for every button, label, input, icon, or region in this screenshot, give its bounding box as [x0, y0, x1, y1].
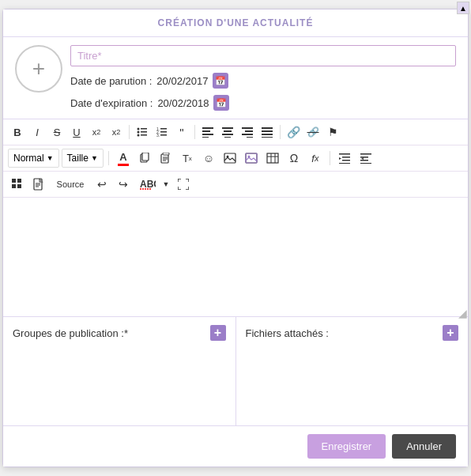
paste-table-button[interactable] — [156, 149, 175, 168]
fullscreen-icon — [178, 179, 189, 190]
align-right-button[interactable] — [238, 123, 257, 142]
title-input[interactable] — [70, 45, 456, 66]
svg-rect-1 — [141, 128, 147, 130]
save-button[interactable]: Enregistrer — [307, 434, 386, 459]
bottom-section: Groupes de publication :* + Fichiers att… — [3, 317, 468, 426]
groupes-section: Groupes de publication :* + — [3, 317, 236, 425]
taille-dropdown[interactable]: Taille ▼ — [62, 149, 104, 168]
spellcheck-button[interactable]: ABC — [135, 175, 160, 194]
special-char-button[interactable]: Ω — [284, 149, 303, 168]
indent-right-icon — [339, 153, 350, 164]
svg-rect-26 — [262, 134, 273, 135]
svg-rect-46 — [342, 160, 350, 161]
modal-header: CRÉATION D'UNE ACTUALITÉ — [3, 9, 468, 37]
formula-button[interactable]: fx — [306, 149, 325, 168]
redo-button[interactable]: ↪ — [114, 175, 133, 194]
media-button[interactable] — [242, 149, 261, 168]
groupes-add-button[interactable]: + — [210, 325, 226, 341]
undo-button[interactable]: ↩ — [92, 175, 111, 194]
align-left-icon — [202, 127, 213, 138]
source-file-button[interactable] — [29, 175, 48, 194]
list-view-button[interactable] — [8, 175, 27, 194]
svg-rect-47 — [339, 163, 350, 164]
svg-rect-25 — [262, 130, 273, 132]
unordered-list-button[interactable] — [133, 123, 152, 142]
superscript-button[interactable]: x2 — [107, 123, 126, 142]
copy-icon — [139, 153, 150, 164]
align-center-button[interactable] — [218, 123, 237, 142]
font-color-button[interactable]: A — [114, 149, 133, 168]
media-icon — [245, 153, 258, 164]
normal-dropdown[interactable]: Normal ▼ — [8, 149, 59, 168]
svg-text:3.: 3. — [156, 133, 160, 138]
fichiers-section: Fichiers attachés : + — [236, 317, 469, 425]
svg-point-2 — [138, 131, 140, 134]
italic-button[interactable]: I — [28, 123, 47, 142]
fullscreen-button[interactable] — [174, 175, 193, 194]
spellcheck-dropdown[interactable]: ▼ — [160, 175, 171, 194]
svg-rect-50 — [360, 157, 368, 158]
svg-rect-14 — [202, 134, 213, 135]
date-parution-value: 20/02/2017 — [156, 75, 208, 87]
font-color-bar — [118, 164, 129, 166]
link-button[interactable]: 🔗 — [284, 123, 303, 142]
normal-dropdown-label: Normal — [13, 153, 44, 164]
svg-rect-16 — [222, 127, 233, 129]
date-expiration-calendar-icon[interactable]: 📅 — [213, 95, 229, 111]
groupes-label: Groupes de publication :* — [13, 327, 128, 339]
svg-rect-9 — [160, 131, 167, 133]
svg-rect-18 — [222, 134, 233, 135]
unlink-button[interactable]: 🔗 — [303, 123, 322, 142]
editor-content-area[interactable]: ◢ — [3, 198, 468, 316]
indent-right-button[interactable] — [335, 149, 354, 168]
scroll-up-button[interactable]: ▲ — [457, 2, 469, 14]
copy-table-button[interactable] — [135, 149, 154, 168]
date-expiration-row: Date d'expiration : 20/02/2018 📅 — [70, 95, 456, 111]
sep-5 — [330, 151, 330, 165]
cancel-button[interactable]: Annuler — [392, 434, 456, 459]
underline-button[interactable]: U — [67, 123, 86, 142]
paste-icon — [160, 153, 171, 164]
font-color-icon: A — [119, 151, 126, 163]
taille-dropdown-label: Taille — [67, 153, 89, 164]
strikethrough-button[interactable]: S — [47, 123, 66, 142]
align-center-icon — [222, 127, 233, 138]
source-file-icon — [33, 178, 44, 191]
indent-left-button[interactable] — [356, 149, 375, 168]
blockquote-button[interactable]: " — [172, 123, 191, 142]
list-view-icon — [12, 179, 23, 190]
editor-resize-handle[interactable]: ◢ — [458, 307, 466, 315]
date-parution-calendar-icon[interactable]: 📅 — [213, 73, 228, 89]
fichiers-add-button[interactable]: + — [443, 325, 458, 341]
avatar-upload[interactable]: + — [15, 45, 62, 93]
form-fields: Date de parution : 20/02/2017 📅 Date d'e… — [70, 45, 456, 111]
flag-button[interactable]: ⚑ — [323, 123, 342, 142]
sep-2 — [194, 125, 195, 139]
align-left-button[interactable] — [198, 123, 217, 142]
svg-point-4 — [138, 134, 140, 137]
emoji-button[interactable]: ☺ — [199, 149, 218, 168]
toolbar-row-1: B I S U x2 x2 — [3, 119, 468, 145]
ordered-list-button[interactable]: 1. 2. 3. — [153, 123, 171, 142]
italic-icon: I — [36, 127, 39, 138]
svg-text:ABC: ABC — [140, 179, 156, 190]
strikethrough-icon: S — [54, 127, 61, 138]
subscript-button[interactable]: x2 — [87, 123, 106, 142]
table-button[interactable] — [263, 149, 282, 168]
toolbar-row-2: Normal ▼ Taille ▼ A — [3, 145, 468, 172]
svg-rect-52 — [360, 163, 371, 164]
modal-body: + Date de parution : 20/02/2017 📅 Date d… — [3, 37, 468, 467]
svg-rect-31 — [163, 153, 169, 155]
justify-button[interactable] — [258, 123, 277, 142]
taille-dropdown-arrow: ▼ — [91, 154, 98, 162]
remove-format-icon: x — [189, 155, 192, 162]
svg-rect-57 — [17, 184, 21, 188]
source-button[interactable]: Source — [51, 175, 90, 194]
justify-icon — [262, 127, 273, 138]
align-right-icon — [242, 127, 253, 138]
toolbar-row-3: Source ↩ ↪ ABC ▼ — [3, 172, 468, 198]
image-button[interactable] — [220, 149, 239, 168]
remove-format-button[interactable]: Tx — [178, 149, 197, 168]
bold-button[interactable]: B — [8, 123, 27, 142]
svg-rect-3 — [141, 131, 147, 133]
